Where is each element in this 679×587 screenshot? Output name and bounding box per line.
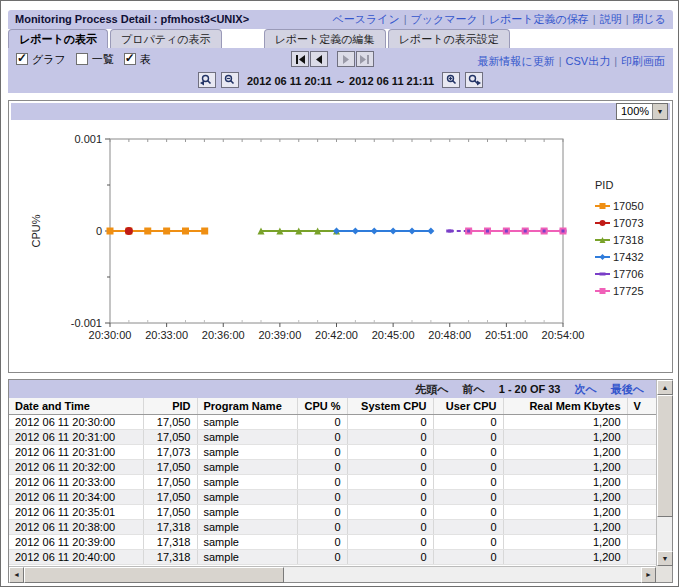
scroll-up-icon[interactable]: ▲ — [657, 380, 673, 395]
link-separator: | — [555, 55, 566, 67]
table-cell — [627, 504, 656, 519]
tab-1[interactable]: プロパティの表示 — [110, 29, 222, 48]
pagination-range: 1 - 20 OF 33 — [499, 383, 561, 395]
table-row: 2012 06 11 20:38:0017,318sample0001,200 — [9, 519, 656, 534]
svg-text:17050: 17050 — [613, 200, 644, 212]
table-cell: 0 — [297, 429, 347, 444]
svg-text:17073: 17073 — [613, 217, 644, 229]
horizontal-scrollbar[interactable]: ◄ ► — [9, 566, 656, 582]
column-header-5[interactable]: User CPU — [433, 398, 503, 414]
table-cell: 2012 06 11 20:40:00 — [9, 549, 143, 564]
header-link-0[interactable]: ベースライン — [332, 13, 399, 25]
table-cell: 0 — [433, 519, 503, 534]
column-header-4[interactable]: System CPU — [347, 398, 433, 414]
table-cell: 2012 06 11 20:35:01 — [9, 504, 143, 519]
svg-text:20:36:00: 20:36:00 — [202, 329, 245, 341]
table-cell: 0 — [297, 459, 347, 474]
table-cell: 0 — [297, 519, 347, 534]
checkbox-0-box[interactable] — [16, 53, 28, 65]
graph-zoom-value: 100% — [621, 105, 649, 117]
column-header-1[interactable]: PID — [143, 398, 197, 414]
table-cell: sample — [197, 489, 297, 504]
checkbox-0[interactable]: グラフ — [16, 53, 66, 65]
table-cell: 0 — [433, 474, 503, 489]
column-header-3[interactable]: CPU % — [297, 398, 347, 414]
pagination-first: 先頭へ — [415, 383, 448, 395]
table-cell: 17,050 — [143, 459, 197, 474]
go-next-icon — [341, 55, 352, 64]
pagination-last[interactable]: 最後へ — [611, 383, 644, 395]
chevron-down-icon[interactable]: ▼ — [652, 104, 667, 119]
scroll-right-icon[interactable]: ► — [641, 567, 656, 583]
vertical-scroll-thumb[interactable] — [657, 395, 673, 517]
toolbar-link-2[interactable]: 印刷画面 — [621, 55, 665, 67]
table-cell: 2012 06 11 20:38:00 — [9, 519, 143, 534]
table-cell: sample — [197, 474, 297, 489]
table-header-row: Date and TimePIDProgram NameCPU %System … — [9, 398, 656, 414]
tab-0[interactable]: レポートの表示 — [8, 29, 108, 48]
table-cell — [627, 519, 656, 534]
scroll-down-icon[interactable]: ▼ — [657, 551, 673, 566]
svg-text:20:51:00: 20:51:00 — [485, 329, 528, 341]
go-first-button[interactable] — [291, 51, 309, 67]
header-link-2[interactable]: レポート定義の保存 — [489, 13, 589, 25]
range-move-right-button[interactable] — [465, 72, 483, 88]
range-zoom-in-button[interactable] — [442, 72, 460, 88]
scroll-left-icon[interactable]: ◄ — [9, 567, 24, 583]
table-cell: 0 — [347, 534, 433, 549]
table-cell: 1,200 — [503, 444, 627, 459]
table-cell: 0 — [347, 474, 433, 489]
graph-zoom-select[interactable]: 100% ▼ — [616, 103, 668, 120]
header-link-1[interactable]: ブックマーク — [411, 13, 478, 25]
svg-text:17318: 17318 — [613, 234, 644, 246]
column-header-6[interactable]: Real Mem Kbytes — [503, 398, 627, 414]
column-header-7[interactable]: V — [627, 398, 656, 414]
pagination-prev: 前へ — [462, 383, 484, 395]
tab-2[interactable]: レポート定義の編集 — [264, 29, 386, 48]
checkbox-1-label: 一覧 — [92, 53, 114, 65]
table-cell: 17,318 — [143, 534, 197, 549]
table-row: 2012 06 11 20:39:0017,318sample0001,200 — [9, 534, 656, 549]
link-separator: | — [622, 13, 633, 25]
table-row: 2012 06 11 20:33:0017,050sample0001,200 — [9, 474, 656, 489]
header-link-4[interactable]: 閉じる — [632, 13, 666, 25]
pagination-next[interactable]: 次へ — [574, 383, 596, 395]
checkbox-2-box[interactable] — [124, 53, 136, 65]
table-cell: 0 — [297, 414, 347, 429]
cpu-chart: 0.0010-0.00120:30:0020:33:0020:36:0020:3… — [10, 123, 671, 371]
table-cell: 0 — [433, 549, 503, 564]
svg-text:20:39:00: 20:39:00 — [258, 329, 301, 341]
table-cell: 2012 06 11 20:31:00 — [9, 444, 143, 459]
table-cell — [627, 489, 656, 504]
toolbar-line-2: 2012 06 11 20:11 ～ 2012 06 11 21:11 — [8, 71, 673, 90]
app-window: { "window": { "title": "Monitoring Proce… — [0, 0, 679, 587]
checkbox-2[interactable]: 表 — [124, 53, 151, 65]
range-move-left-button[interactable] — [198, 72, 216, 88]
column-header-0[interactable]: Date and Time — [9, 398, 143, 414]
checkbox-1-box[interactable] — [76, 53, 88, 65]
header-link-3[interactable]: 説明 — [600, 13, 622, 25]
table-cell: 1,200 — [503, 534, 627, 549]
toolbar-link-1[interactable]: CSV出力 — [566, 55, 611, 67]
vertical-scrollbar[interactable]: ▲ ▼ — [656, 380, 672, 566]
table-cell: 1,200 — [503, 414, 627, 429]
table-cell: 17,050 — [143, 414, 197, 429]
table-cell: 1,200 — [503, 474, 627, 489]
table-row: 2012 06 11 20:30:0017,050sample0001,200 — [9, 414, 656, 429]
horizontal-scroll-thumb[interactable] — [24, 567, 284, 583]
tab-3[interactable]: レポートの表示設定 — [388, 29, 510, 48]
svg-text:17432: 17432 — [613, 251, 644, 263]
table-cell: 17,050 — [143, 474, 197, 489]
table-cell: 1,200 — [503, 519, 627, 534]
svg-text:20:30:00: 20:30:00 — [89, 329, 132, 341]
column-header-2[interactable]: Program Name — [197, 398, 297, 414]
view-checkboxes: グラフ一覧表 — [16, 52, 161, 67]
table-cell: 2012 06 11 20:39:00 — [9, 534, 143, 549]
toolbar-link-0[interactable]: 最新情報に更新 — [477, 55, 554, 67]
magnifier-plus-icon — [445, 74, 458, 86]
range-zoom-out-button[interactable] — [221, 72, 239, 88]
go-prev-button[interactable] — [310, 51, 328, 67]
checkbox-2-label: 表 — [140, 53, 151, 65]
graph-panel: 100% ▼ 0.0010-0.00120:30:0020:33:0020:36… — [8, 100, 673, 373]
checkbox-1[interactable]: 一覧 — [76, 53, 114, 65]
